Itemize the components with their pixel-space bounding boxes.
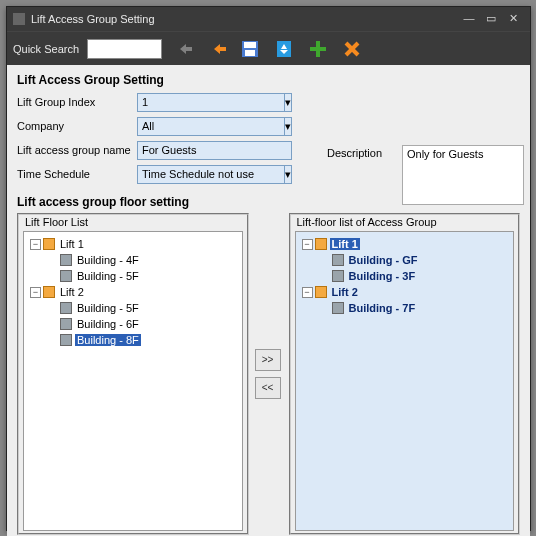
chevron-down-icon[interactable]: ▾ <box>284 94 291 111</box>
svg-rect-7 <box>310 47 326 51</box>
tree-node-lift[interactable]: −Lift 1 <box>26 236 240 252</box>
svg-rect-3 <box>244 42 256 48</box>
recycle-icon <box>274 39 294 59</box>
tree-node-floor[interactable]: Building - 8F <box>26 332 240 348</box>
add-button[interactable] <box>304 35 332 63</box>
lift-icon <box>315 286 327 298</box>
name-label: Lift access group name <box>17 144 137 156</box>
tree-label: Building - 5F <box>75 302 141 314</box>
lift-icon <box>315 238 327 250</box>
move-buttons: >> << <box>255 213 283 535</box>
quick-search-input[interactable] <box>87 39 162 59</box>
plus-icon <box>308 39 328 59</box>
description-input[interactable] <box>402 145 524 205</box>
tree-label: Lift 2 <box>330 286 360 298</box>
left-panel: Lift Floor List −Lift 1 Building - 4F Bu… <box>17 213 249 535</box>
right-panel-title: Lift-floor list of Access Group <box>297 216 515 228</box>
tree-node-floor[interactable]: Building - 7F <box>298 300 512 316</box>
floor-icon <box>60 334 72 346</box>
tree-node-floor[interactable]: Building - 5F <box>26 268 240 284</box>
company-label: Company <box>17 120 137 132</box>
tree-node-lift[interactable]: −Lift 2 <box>26 284 240 300</box>
tree-label: Building - 5F <box>75 270 141 282</box>
arrow-left-icon <box>172 42 192 56</box>
save-button[interactable] <box>236 35 264 63</box>
app-icon <box>13 13 25 25</box>
name-input[interactable] <box>137 141 292 160</box>
window-title: Lift Access Group Setting <box>31 13 155 25</box>
schedule-combo[interactable]: ▾ <box>137 165 292 184</box>
schedule-label: Time Schedule <box>17 168 137 180</box>
tree-label: Lift 2 <box>58 286 86 298</box>
left-tree[interactable]: −Lift 1 Building - 4F Building - 5F −Lif… <box>23 231 243 531</box>
maximize-button[interactable]: ▭ <box>480 11 502 27</box>
close-button[interactable]: ✕ <box>502 11 524 27</box>
lift-icon <box>43 238 55 250</box>
delete-button[interactable] <box>338 35 366 63</box>
minimize-button[interactable]: — <box>458 11 480 27</box>
collapse-icon[interactable]: − <box>302 287 313 298</box>
collapse-icon[interactable]: − <box>302 239 313 250</box>
titlebar[interactable]: Lift Access Group Setting — ▭ ✕ <box>7 7 530 31</box>
lift-icon <box>43 286 55 298</box>
floor-icon <box>332 270 344 282</box>
body: Lift Access Group Setting Lift Group Ind… <box>7 65 530 536</box>
description-label: Description <box>327 147 382 159</box>
lists-container: Lift Floor List −Lift 1 Building - 4F Bu… <box>17 213 520 535</box>
forward-button[interactable] <box>202 35 230 63</box>
tree-label: Building - 3F <box>347 270 418 282</box>
svg-marker-1 <box>214 44 226 54</box>
index-label: Lift Group Index <box>17 96 137 108</box>
right-panel: Lift-floor list of Access Group −Lift 1 … <box>289 213 521 535</box>
tree-node-floor[interactable]: Building - 6F <box>26 316 240 332</box>
tree-node-floor[interactable]: Building - 3F <box>298 268 512 284</box>
move-right-button[interactable]: >> <box>255 349 281 371</box>
chevron-down-icon[interactable]: ▾ <box>284 166 291 183</box>
left-panel-title: Lift Floor List <box>25 216 243 228</box>
schedule-value[interactable] <box>138 166 284 183</box>
tree-node-floor[interactable]: Building - 4F <box>26 252 240 268</box>
window: Lift Access Group Setting — ▭ ✕ Quick Se… <box>6 6 531 531</box>
tree-label: Building - GF <box>347 254 420 266</box>
floor-icon <box>60 270 72 282</box>
svg-rect-4 <box>245 50 255 56</box>
company-combo[interactable]: ▾ <box>137 117 292 136</box>
tree-node-lift[interactable]: −Lift 2 <box>298 284 512 300</box>
floor-icon <box>332 254 344 266</box>
tree-label: Lift 1 <box>58 238 86 250</box>
floor-icon <box>60 318 72 330</box>
quick-search-label: Quick Search <box>13 43 79 55</box>
back-button[interactable] <box>168 35 196 63</box>
tree-label: Building - 8F <box>75 334 141 346</box>
tree-node-floor[interactable]: Building - 5F <box>26 300 240 316</box>
right-tree[interactable]: −Lift 1 Building - GF Building - 3F −Lif… <box>295 231 515 531</box>
floor-icon <box>60 302 72 314</box>
index-value[interactable] <box>138 94 284 111</box>
svg-marker-0 <box>180 44 192 54</box>
tree-node-floor[interactable]: Building - GF <box>298 252 512 268</box>
collapse-icon[interactable]: − <box>30 239 41 250</box>
tree-label: Lift 1 <box>330 238 360 250</box>
move-left-button[interactable]: << <box>255 377 281 399</box>
tree-label: Building - 4F <box>75 254 141 266</box>
tree-node-lift[interactable]: −Lift 1 <box>298 236 512 252</box>
tree-label: Building - 6F <box>75 318 141 330</box>
company-value[interactable] <box>138 118 284 135</box>
tree-label: Building - 7F <box>347 302 418 314</box>
floor-icon <box>60 254 72 266</box>
form-heading: Lift Access Group Setting <box>17 73 520 87</box>
x-icon <box>343 40 361 58</box>
arrow-right-icon <box>206 42 226 56</box>
chevron-down-icon[interactable]: ▾ <box>284 118 291 135</box>
floppy-icon <box>240 39 260 59</box>
index-combo[interactable]: ▾ <box>137 93 292 112</box>
floor-icon <box>332 302 344 314</box>
toolbar: Quick Search <box>7 31 530 65</box>
collapse-icon[interactable]: − <box>30 287 41 298</box>
recycle-button[interactable] <box>270 35 298 63</box>
